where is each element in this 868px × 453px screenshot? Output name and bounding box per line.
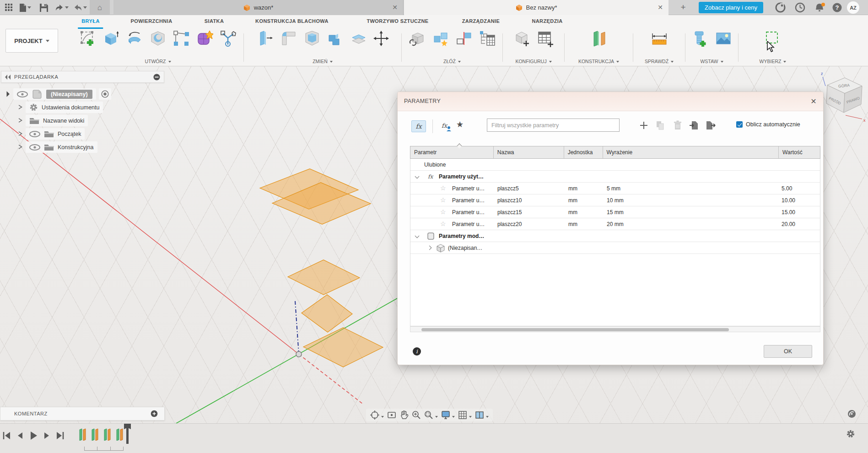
activate-component-radio-icon[interactable] [101,90,109,98]
ribbon-tab-powierzchnia[interactable]: POWIERZCHNIA [131,15,173,29]
job-status-clock-icon[interactable] [795,2,805,13]
column-header-jednostka[interactable]: Jednostka [564,146,603,158]
look-at-icon[interactable] [387,410,397,420]
configuration-table-icon[interactable] [537,30,554,47]
group-label-zloz[interactable]: ZŁÓŻ [402,59,502,64]
step-forward-icon[interactable] [42,431,52,441]
avatar[interactable]: AZ [847,1,859,14]
display-settings-icon[interactable] [441,410,451,420]
tree-item-konstrukcyjna[interactable]: Konstrukcyjna [1,140,164,154]
column-header-parametr[interactable]: Parametr [410,146,494,158]
parameter-row[interactable]: ☆ Parametr u… plaszcz10 mm 10 mm 10.00 [410,194,820,206]
tree-item-poczatek[interactable]: Początek [1,127,164,140]
group-label-utworz[interactable]: UTWÓRZ [72,59,243,64]
zoom-icon[interactable] [411,410,421,420]
extrude-icon[interactable] [102,30,120,47]
expand-comments-icon[interactable] [151,410,158,417]
close-icon[interactable]: ✕ [809,97,818,106]
go-to-start-icon[interactable] [2,431,12,441]
favorites-star-icon[interactable]: ★ [456,119,464,129]
filter-user-parameters-toggle[interactable]: fx [411,120,426,132]
column-header-nazwa[interactable]: Nazwa [494,146,564,158]
delete-parameter-icon[interactable] [673,120,685,132]
press-pull-icon[interactable] [257,30,274,47]
step-back-icon[interactable] [15,431,25,441]
filter-parameters-input[interactable] [487,119,620,132]
create-sketch-icon[interactable] [79,30,97,47]
parameter-expression[interactable]: 20 mm [607,221,624,227]
sketch-profile-5[interactable] [303,328,383,367]
browser-header[interactable]: PRZEGLĄDARKA [1,71,164,83]
group-label-wybierz[interactable]: WYBIERZ [739,59,807,64]
chevron-down-icon[interactable] [415,234,420,238]
auto-compute-control[interactable]: Oblicz automatycznie [736,121,800,128]
eye-icon[interactable] [29,144,40,151]
collapsed-triangle-icon[interactable] [16,105,19,110]
insert-image-icon[interactable] [715,30,732,47]
ribbon-tab-tworzywo-sztuczne[interactable]: TWORZYWO SZTUCZNE [367,15,428,29]
generative-design-icon[interactable] [219,30,237,47]
ribbon-tab-siatka[interactable]: SIATKA [205,15,224,29]
eye-icon[interactable] [17,91,28,97]
root-document-name[interactable]: (Niezapisany) [46,90,92,99]
join-icon[interactable] [432,30,449,47]
copy-parameter-icon[interactable] [655,120,667,132]
home-view-button[interactable]: ⌂ [90,0,110,15]
parameter-name[interactable]: plaszcz10 [497,197,522,204]
insert-fastener-icon[interactable] [691,30,709,47]
undo-caret-icon[interactable] [65,6,69,9]
timeline-feature-icon[interactable] [90,428,100,441]
parameter-row[interactable]: ☆ Parametr u… plaszcz5 mm 5 mm 5.00 [410,183,820,194]
parameter-name[interactable]: plaszcz15 [497,209,522,216]
view-cube[interactable]: z GÓRA PRZÓD PRAWO x [818,68,868,124]
eye-icon[interactable] [29,131,40,137]
import-parameters-icon[interactable] [689,120,701,132]
chevron-down-icon[interactable] [381,416,384,418]
column-header-wyrazenie[interactable]: Wyrażenie [603,146,779,158]
construction-plane-icon[interactable] [590,30,608,47]
subgroup-row-niezapisany[interactable]: (Niezapisan… [410,242,820,254]
sweep-icon[interactable] [149,30,167,47]
redo-icon[interactable] [72,2,83,13]
derive-icon[interactable] [173,30,190,47]
go-to-end-icon[interactable] [55,431,65,441]
favorite-star-icon[interactable]: ☆ [440,184,446,192]
parameter-name[interactable]: plaszcz5 [497,185,519,192]
parameter-expression[interactable]: 5 mm [607,185,620,192]
new-tab-button[interactable]: + [676,2,690,13]
grid-settings-icon[interactable] [458,410,468,420]
chevron-right-icon[interactable] [427,246,432,250]
shell-icon[interactable] [303,30,321,47]
extensions-icon[interactable] [775,2,786,13]
document-tab-wazon[interactable]: wazon* ✕ [113,0,404,15]
parameter-expression[interactable]: 15 mm [607,209,624,216]
notifications-bell-icon[interactable] [814,2,825,13]
offset-face-icon[interactable] [350,30,367,47]
undo-icon[interactable] [54,2,65,13]
user-parameter-filter-icon[interactable]: fx [441,121,453,132]
upgrade-button[interactable]: Zobacz plany i ceny [699,2,763,13]
chevron-down-icon[interactable] [469,416,472,418]
chevron-down-icon[interactable] [435,416,438,418]
favorite-star-icon[interactable]: ☆ [440,196,446,204]
ok-button[interactable]: OK [764,345,812,358]
file-menu-icon[interactable] [17,2,28,13]
document-tab-bez-nazwy[interactable]: Bez nazwy* ✕ [404,0,669,15]
group-label-zmien[interactable]: ZMIEŃ [244,59,401,64]
ribbon-tab-konstrukcja-blachowa[interactable]: KONSTRUKCJA BLACHOWA [255,15,329,29]
group-label-konfiguruj[interactable]: KONFIGURUJ [503,59,564,64]
close-tab-icon[interactable]: ✕ [657,4,664,11]
fit-view-icon[interactable] [424,410,434,420]
add-parameter-button[interactable] [639,120,651,132]
play-icon[interactable] [28,431,38,441]
configure-icon[interactable] [513,30,531,47]
parameter-row[interactable]: ☆ Parametr u… plaszcz15 mm 15 mm 15.00 [410,206,820,218]
orbit-icon[interactable] [370,410,380,420]
as-built-joint-icon[interactable] [479,30,496,47]
group-row-model-parameters[interactable]: Parametry mod… [410,230,820,242]
tree-root-row[interactable]: (Niezapisany) [1,87,164,101]
timeline-feature-icon[interactable] [78,428,87,441]
project-dropdown[interactable]: PROJEKT [5,29,58,53]
tree-item-nazwane-widoki[interactable]: Nazwane widoki [1,114,164,127]
timeline-feature-icon[interactable] [115,428,124,441]
